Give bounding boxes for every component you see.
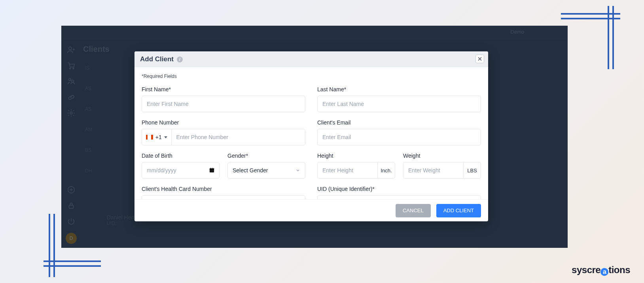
phone-country-select[interactable]: +1 [142,129,171,145]
height-label: Height [317,153,395,159]
modal-title: Add Client [140,55,174,63]
modal-header: Add Client i [134,51,488,67]
phone-input[interactable] [171,129,305,145]
uid-field-group: UID (Unique Identifier)* [317,186,481,199]
height-unit: Inch. [377,162,395,179]
close-icon [477,57,482,61]
cancel-button[interactable]: CANCEL [396,204,431,217]
first-name-input[interactable] [142,96,305,112]
required-fields-note: *Required Fields [142,74,481,79]
gender-select[interactable]: Select Gender [227,162,305,179]
flag-canada-icon [146,135,153,140]
gender-field-group: Gender* Select Gender [227,153,305,179]
first-name-label: First Name* [142,86,305,92]
last-name-field-group: Last Name* [317,86,481,112]
dob-label: Date of Birth [142,153,220,159]
modal-body: *Required Fields First Name* Last Name* … [134,67,488,199]
phone-label: Phone Number [142,119,305,126]
weight-label: Weight [403,153,481,159]
svg-rect-18 [210,168,214,170]
gender-label: Gender* [227,153,305,159]
last-name-input[interactable] [317,96,481,112]
health-card-input[interactable] [142,195,305,199]
first-name-field-group: First Name* [142,86,305,112]
email-input[interactable] [317,129,481,145]
email-field-group: Client's Email [317,119,481,145]
chevron-down-icon [164,136,167,138]
info-icon[interactable]: i [177,57,183,62]
phone-prefix: +1 [155,134,162,140]
health-card-label: Client's Health Card Number [142,186,305,192]
height-input[interactable] [317,162,377,179]
last-name-label: Last Name* [317,86,481,92]
brand-accent: a [600,268,608,276]
phone-field-group: Phone Number +1 [142,119,305,145]
weight-unit: LBS [463,162,481,179]
add-client-button[interactable]: ADD CLIENT [436,204,481,217]
brand-logo: syscreations [572,264,630,276]
email-label: Client's Email [317,119,481,126]
gender-placeholder: Select Gender [233,167,268,174]
close-button[interactable] [475,55,484,63]
svg-rect-19 [210,168,211,169]
add-client-modal: Add Client i *Required Fields First Name… [134,51,488,221]
svg-rect-20 [212,168,213,169]
brand-pre: syscre [572,264,600,275]
weight-field-group: Weight LBS [403,153,481,179]
weight-input[interactable] [403,162,463,179]
dob-field-group: Date of Birth [142,153,220,179]
health-card-field-group: Client's Health Card Number [142,186,305,199]
uid-input[interactable] [317,195,481,199]
app-window: Demo D Clients IS AS AS AM BS DH Daniel … [61,26,568,248]
decorative-corner-tr [561,6,632,73]
modal-footer: CANCEL ADD CLIENT [134,199,488,221]
calendar-icon[interactable] [209,167,215,173]
uid-label: UID (Unique Identifier)* [317,186,481,192]
brand-post: tions [608,264,630,275]
dob-input[interactable] [142,162,220,179]
height-field-group: Height Inch. [317,153,395,179]
chevron-down-icon [295,168,300,173]
